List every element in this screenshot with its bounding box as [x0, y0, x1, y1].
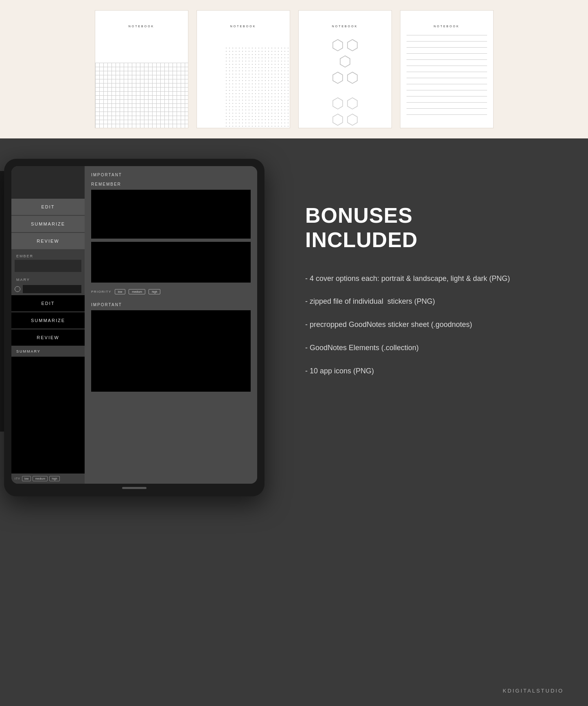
sidebar-dark-content — [11, 357, 85, 474]
sidebar-summarize-btn[interactable]: SUMMARIZE — [11, 216, 85, 232]
svg-marker-3 — [333, 72, 343, 83]
bonus-item-1: - 4 cover options each: portrait & lands… — [305, 273, 539, 285]
tablet-main-content: IMPORTANT REMEMBER PRIORITY low medium h… — [85, 166, 257, 484]
notebook-card-grid: NOTEBOOK — [95, 10, 188, 128]
important-section: IMPORTANT — [85, 298, 257, 393]
sidebar-circle-icon — [15, 286, 20, 292]
important-black-box — [91, 310, 251, 392]
sidebar-priority-row: ITY low medium high — [11, 474, 85, 484]
notebook-label-4: NOTEBOOK — [434, 25, 460, 28]
tablet-wrapper: EDIT SUMMARIZE REVIEW EMBER MARY EDIT SU… — [4, 159, 273, 496]
bottom-section: EDIT SUMMARIZE REVIEW EMBER MARY ITY low… — [0, 138, 588, 706]
main-medium-btn[interactable]: medium — [129, 289, 145, 294]
sidebar-summarize-dark-btn[interactable]: SUMMARIZE — [11, 312, 85, 329]
svg-marker-8 — [348, 114, 357, 125]
notebook-cards-section: NOTEBOOK NOTEBOOK NOTEBOOK — [0, 0, 588, 138]
sidebar-mary-label: MARY — [11, 274, 85, 283]
dot-pattern — [225, 46, 290, 128]
bonuses-line2: INCLUDED — [305, 228, 418, 252]
main-important-top-label: IMPORTANT — [85, 166, 257, 180]
sidebar-ember-label: EMBER — [11, 250, 85, 260]
svg-marker-2 — [340, 56, 350, 67]
tablet-device: EDIT SUMMARIZE REVIEW EMBER MARY EDIT SU… — [4, 159, 264, 496]
main-remember-label: REMEMBER — [85, 180, 257, 190]
sidebar-input-row — [11, 283, 85, 295]
sidebar-priority-label: ITY — [15, 477, 20, 480]
svg-marker-5 — [333, 98, 343, 109]
sidebar-top-area — [11, 166, 85, 199]
tablet-sidebar: EDIT SUMMARIZE REVIEW EMBER MARY EDIT SU… — [11, 166, 85, 484]
main-remember-box — [91, 190, 251, 239]
bonus-item-5: - 10 app icons (PNG) — [305, 365, 539, 377]
tablet-home-bar — [122, 487, 146, 489]
sidebar-input-box[interactable] — [23, 285, 81, 293]
studio-label: KDIGITALSTUDIO — [503, 688, 564, 694]
main-priority-row: PRIORITY low medium high — [85, 286, 257, 298]
sidebar-edit-btn[interactable]: EDIT — [11, 199, 85, 215]
bonus-item-3: - precropped GoodNotes sticker sheet (.g… — [305, 319, 539, 331]
sidebar-high-btn[interactable]: high — [49, 476, 59, 481]
svg-marker-6 — [348, 98, 357, 109]
svg-marker-7 — [333, 114, 343, 125]
bonus-item-2: - zipped file of individual stickers (PN… — [305, 296, 539, 307]
main-low-btn[interactable]: low — [115, 289, 126, 294]
main-high-btn[interactable]: high — [149, 289, 160, 294]
sidebar-low-btn[interactable]: low — [22, 476, 31, 481]
sidebar-summary-label: SUMMARY — [11, 346, 85, 355]
important-section-label: IMPORTANT — [85, 299, 257, 310]
notebook-label-3: NOTEBOOK — [332, 25, 358, 28]
grid-pattern — [95, 63, 188, 128]
notebook-card-dots: NOTEBOOK — [197, 10, 290, 128]
notebook-label-1: NOTEBOOK — [129, 25, 155, 28]
svg-marker-4 — [348, 72, 357, 83]
svg-marker-1 — [348, 39, 357, 51]
sidebar-review-btn[interactable]: REVIEW — [11, 233, 85, 249]
tablet-screen: EDIT SUMMARIZE REVIEW EMBER MARY EDIT SU… — [11, 166, 257, 484]
main-priority-label: PRIORITY — [91, 290, 111, 294]
info-section: BONUSES INCLUDED - 4 cover options each:… — [273, 171, 564, 413]
line-pattern — [407, 35, 487, 122]
sidebar-medium-btn[interactable]: medium — [33, 476, 48, 481]
notebook-card-lines: NOTEBOOK — [400, 10, 494, 128]
sidebar-edit-dark-btn[interactable]: EDIT — [11, 295, 85, 311]
bonuses-title: BONUSES INCLUDED — [305, 204, 539, 252]
notebook-label-2: NOTEBOOK — [230, 25, 256, 28]
hex-container — [299, 33, 391, 128]
bonuses-line1: BONUSES — [305, 204, 413, 227]
main-black-box — [91, 242, 251, 283]
sidebar-review-dark-btn[interactable]: REVIEW — [11, 329, 85, 346]
svg-marker-0 — [333, 39, 343, 51]
notebook-card-hex: NOTEBOOK — [298, 10, 392, 128]
bonus-item-4: - GoodNotes Elements (.collection) — [305, 342, 539, 354]
